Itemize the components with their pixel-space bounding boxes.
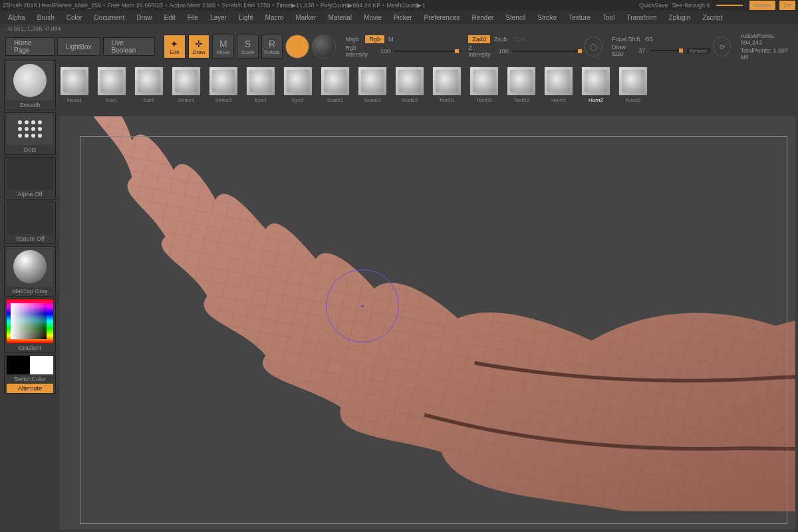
scratch-disk: Scratch Disk 1550 — [221, 2, 270, 9]
switchcolor-button[interactable]: SwitchColor — [7, 374, 53, 384]
menu-stroke[interactable]: Stroke — [537, 14, 557, 21]
rgb-button[interactable]: Rgb — [365, 35, 384, 43]
swatch-white[interactable] — [30, 356, 53, 374]
brush-nose1[interactable]: Nose1 — [60, 66, 89, 103]
menu-texture[interactable]: Texture — [569, 14, 591, 21]
app-name: ZBrush 2018 — [3, 2, 37, 9]
seethrough-slider[interactable] — [716, 5, 743, 6]
brush-eye1[interactable]: Eye1 — [246, 66, 275, 103]
texture-slot[interactable]: Texture Off — [4, 201, 56, 244]
m-button[interactable]: M — [388, 36, 404, 43]
viewport[interactable] — [60, 116, 795, 529]
menu-material[interactable]: Material — [329, 14, 352, 21]
menu-bar: Alpha Brush Color Document Draw Edit Fil… — [0, 11, 798, 24]
menu-alpha[interactable]: Alpha — [8, 14, 25, 21]
zadd-button[interactable]: Zadd — [468, 35, 490, 43]
swatch-black[interactable] — [7, 356, 30, 374]
color-swatches[interactable]: SwitchColor Alternate — [4, 355, 56, 394]
menu-zplugin[interactable]: Zplugin — [669, 14, 691, 21]
menu-render[interactable]: Render — [472, 14, 494, 21]
brush-teeth1[interactable]: Teeth1 — [432, 66, 462, 103]
menu-transform[interactable]: Transform — [626, 14, 656, 21]
brush-teeth3[interactable]: Teeth3 — [507, 66, 536, 103]
focalshift-label: Focal Shift — [612, 36, 640, 43]
dynamic-button[interactable]: Dynamic — [687, 48, 710, 54]
menu-document[interactable]: Document — [94, 14, 125, 21]
edit-mode-button[interactable]: ✦Edit — [164, 35, 186, 59]
mrgb-button[interactable]: Mrgb — [345, 36, 361, 43]
menus-button[interactable]: Menus — [749, 1, 775, 10]
free-mem: Free Mem 26.668GB — [107, 2, 163, 9]
rgb-intensity-slider[interactable] — [394, 51, 459, 52]
menu-layer[interactable]: Layer — [210, 14, 227, 21]
brush-scale2[interactable]: Scale2 — [358, 66, 387, 103]
zintensity-label: Z Intensity — [468, 45, 494, 58]
brush-horn2[interactable]: Horn2 — [581, 66, 610, 103]
de-button[interactable]: De — [779, 1, 795, 10]
menu-edit[interactable]: Edit — [164, 14, 176, 21]
brush-scale3[interactable]: Scale3 — [395, 66, 424, 103]
menu-tool[interactable]: Tool — [602, 14, 614, 21]
zsub-button[interactable]: Zsub — [494, 36, 510, 43]
brush-shelf: Nose1 Ear1 Ear2 Strike1 Strike2 Eye1 Eye… — [0, 60, 798, 110]
drawsize-slider[interactable] — [650, 50, 683, 51]
liveboolean-button[interactable]: Live Boolean — [103, 37, 155, 56]
zintensity-value: 100 — [499, 48, 509, 55]
active-mem: Active Mem 1388 — [169, 2, 215, 9]
lightbox-button[interactable]: LightBox — [57, 37, 100, 56]
zcut-button[interactable]: Zcut — [514, 36, 530, 43]
current-brush-slot[interactable]: Smooth — [4, 60, 56, 110]
brush-teeth2[interactable]: Teeth2 — [469, 66, 499, 103]
stroke-slot[interactable]: Dots — [4, 112, 56, 155]
gizmo-orange-button[interactable] — [285, 35, 309, 59]
draw-mode-button[interactable]: ✛Draw — [188, 35, 210, 59]
menu-stencil[interactable]: Stencil — [505, 14, 525, 21]
rgb-intensity-value: 100 — [380, 48, 390, 55]
alpha-slot[interactable]: Alpha Off — [4, 157, 56, 200]
move-mode-button[interactable]: MMove — [212, 35, 234, 59]
rotate-mode-button[interactable]: RRotate — [261, 35, 283, 59]
status-bar: ZBrush 2018 HeadPlanes_Male_256 • Free M… — [0, 0, 798, 11]
menu-color[interactable]: Color — [66, 14, 82, 21]
main-toolbar: Home Page LightBox Live Boolean ✦Edit ✛D… — [0, 33, 798, 60]
homepage-button[interactable]: Home Page — [5, 37, 55, 56]
activepoints-label: ActivePoints: — [740, 33, 775, 39]
menu-brush[interactable]: Brush — [37, 14, 55, 21]
gizmo-dark-button[interactable] — [312, 35, 336, 59]
menu-light[interactable]: Light — [239, 14, 253, 21]
quicksave-button[interactable]: QuickSave — [639, 2, 668, 9]
color-picker[interactable]: Gradient — [4, 299, 56, 353]
activepoints-value: 994,242 — [740, 39, 762, 46]
brush-scale1[interactable]: Scale1 — [321, 66, 350, 103]
brush-horn1[interactable]: Horn1 — [544, 66, 573, 103]
canvas-frame — [80, 136, 787, 524]
menu-zscript[interactable]: Zscript — [702, 14, 722, 21]
alternate-button[interactable]: Alternate — [7, 384, 53, 393]
brush-nose2[interactable]: Nose2 — [618, 66, 648, 103]
brush-strike1[interactable]: Strike1 — [172, 66, 201, 103]
left-sidebar: Smooth Dots Alpha Off Texture Off MatCap… — [4, 60, 56, 394]
menu-draw[interactable]: Draw — [136, 14, 152, 21]
seethrough-label[interactable]: See-through 0 — [672, 2, 710, 9]
material-slot[interactable]: MatCap Gray — [4, 246, 56, 297]
drawsize-value: 37 — [639, 47, 646, 54]
focalshift-value: -55 — [644, 36, 653, 43]
brush-strike2[interactable]: Strike2 — [209, 66, 238, 103]
menu-preferences[interactable]: Preferences — [424, 14, 460, 21]
camera-icon[interactable]: ⟳ — [713, 37, 731, 57]
totalpoints-label: TotalPoints: — [740, 47, 771, 54]
scale-mode-button[interactable]: SScale — [237, 35, 259, 59]
menu-marker[interactable]: Marker — [295, 14, 316, 21]
menu-movie[interactable]: Movie — [364, 14, 382, 21]
perspective-icon[interactable]: ◯ — [585, 37, 602, 57]
rgb-intensity-label: Rgb Intensity — [345, 45, 376, 58]
brush-ear1[interactable]: Ear1 — [97, 66, 126, 103]
menu-macro[interactable]: Macro — [265, 14, 284, 21]
timer: Timer▶11.838 — [276, 2, 314, 9]
polycount: PolyCount▶994.24 KP — [321, 2, 381, 9]
menu-file[interactable]: File — [188, 14, 198, 21]
brush-ear2[interactable]: Ear2 — [134, 66, 164, 103]
brush-eye2[interactable]: Eye2 — [283, 66, 313, 103]
zintensity-slider[interactable] — [513, 51, 582, 52]
menu-picker[interactable]: Picker — [394, 14, 412, 21]
